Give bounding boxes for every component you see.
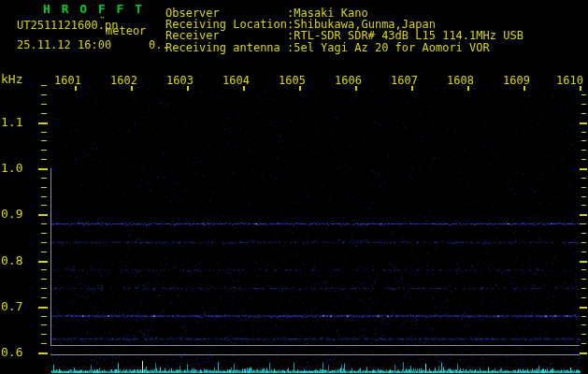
freq-tick-label: 0.8	[1, 254, 25, 266]
receiver-label: Receiver	[165, 30, 220, 41]
datetime-label: 25.11.12 16:00	[17, 39, 111, 50]
antenna-value: :5el Yagi Az 20 for Aomori VOR	[287, 42, 490, 53]
time-tick-label: 1607	[390, 75, 418, 86]
freq-tick-label: 1.1	[1, 116, 25, 128]
time-tick-label: 1606	[334, 75, 362, 86]
freq-tick-label: 1.0	[1, 162, 25, 174]
time-tick-label: 1601	[53, 75, 81, 86]
time-tick-label: 1604	[222, 75, 250, 86]
antenna-label: Receiving antenna	[165, 42, 280, 53]
time-tick-label: 1603	[165, 75, 194, 86]
freq-tick-label: 0.9	[1, 208, 25, 220]
mode-label: meteor	[106, 25, 146, 36]
freq-tick-label: 0.6	[1, 346, 25, 358]
time-tick-label: 1610	[555, 75, 583, 86]
freq-tick-label: 0.7	[1, 300, 25, 312]
app-title: H R O F F T	[43, 3, 144, 15]
freq-unit-label: kHz	[1, 73, 22, 85]
filename-glitch: ¨	[99, 16, 106, 26]
time-tick-label: 1609	[502, 75, 530, 86]
time-tick-label: 1602	[109, 75, 137, 86]
time-tick-label: 1608	[446, 75, 474, 86]
time-tick-label: 1605	[278, 75, 306, 86]
hrofft-screen: H R O F F T UT2511121600.pn ¨ meteor 25.…	[0, 0, 588, 374]
receiver-value: :RTL-SDR SDR# 43dB L15 114.1MHz USB	[287, 30, 523, 41]
spectrogram-canvas	[0, 0, 588, 374]
